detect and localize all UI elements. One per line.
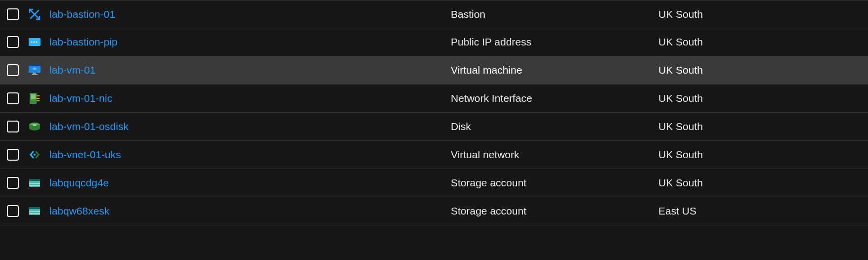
resource-type: Storage account [451,177,658,189]
svg-rect-7 [29,65,41,66]
resource-name-link[interactable]: lab-bastion-01 [49,8,451,20]
svg-rect-10 [32,74,38,75]
svg-rect-13 [37,95,40,96]
svg-rect-20 [29,179,40,181]
row-checkbox[interactable] [7,64,19,76]
resource-name-link[interactable]: labquqcdg4e [49,177,451,189]
resource-location: UK South [658,36,861,48]
resource-type: Public IP address [451,36,658,48]
resource-row[interactable]: labqw68xeskStorage accountEast US [0,197,868,225]
resource-type: Virtual machine [451,64,658,76]
resource-type: Storage account [451,205,658,217]
resource-type: Disk [451,121,658,132]
resource-row[interactable]: lab-vm-01-nicNetwork InterfaceUK South [0,85,868,113]
pip-icon [28,35,42,49]
storage-icon [28,204,42,218]
vnet-icon [28,148,42,162]
resource-row[interactable]: lab-vnet-01-uksVirtual networkUK South [0,141,868,169]
svg-rect-14 [37,98,40,99]
resource-location: UK South [658,177,861,189]
resource-type: Virtual network [451,149,658,161]
svg-point-4 [34,42,35,43]
resource-type: Network Interface [451,92,658,104]
svg-rect-9 [33,73,36,74]
resource-location: UK South [658,92,861,104]
resource-list: lab-bastion-01BastionUK Southlab-bastion… [0,0,868,225]
svg-rect-15 [37,100,40,101]
vm-icon [28,63,42,77]
resource-location: UK South [658,149,861,161]
resource-row[interactable]: lab-vm-01Virtual machineUK South [0,56,868,85]
svg-point-17 [33,124,37,126]
resource-location: UK South [658,121,861,132]
resource-name-link[interactable]: lab-vm-01-osdisk [49,121,451,132]
disk-icon [28,120,42,133]
resource-row[interactable]: labquqcdg4eStorage accountUK South [0,169,868,197]
resource-type: Bastion [451,8,658,20]
row-checkbox[interactable] [7,177,19,189]
resource-row[interactable]: lab-vm-01-osdiskDiskUK South [0,113,868,141]
resource-row[interactable]: lab-bastion-01BastionUK South [0,0,868,28]
row-checkbox[interactable] [7,8,19,20]
svg-rect-24 [29,207,40,209]
resource-name-link[interactable]: lab-vm-01-nic [49,92,451,104]
resource-location: UK South [658,8,861,20]
row-checkbox[interactable] [7,149,19,161]
resource-location: UK South [658,64,861,76]
svg-point-18 [34,154,36,156]
resource-location: East US [658,205,861,217]
row-checkbox[interactable] [7,92,19,104]
resource-row[interactable]: lab-bastion-pipPublic IP addressUK South [0,28,868,56]
row-checkbox[interactable] [7,205,19,217]
row-checkbox[interactable] [7,121,19,132]
resource-name-link[interactable]: lab-vm-01 [49,64,451,76]
row-checkbox[interactable] [7,36,19,48]
resource-name-link[interactable]: labqw68xesk [49,205,451,217]
nic-icon [28,91,42,105]
resource-name-link[interactable]: lab-vnet-01-uks [49,149,451,161]
bastion-icon [28,7,42,21]
svg-point-5 [36,42,38,43]
svg-rect-12 [31,94,36,99]
resource-name-link[interactable]: lab-bastion-pip [49,36,451,48]
storage-icon [28,176,42,190]
svg-point-3 [31,42,33,43]
